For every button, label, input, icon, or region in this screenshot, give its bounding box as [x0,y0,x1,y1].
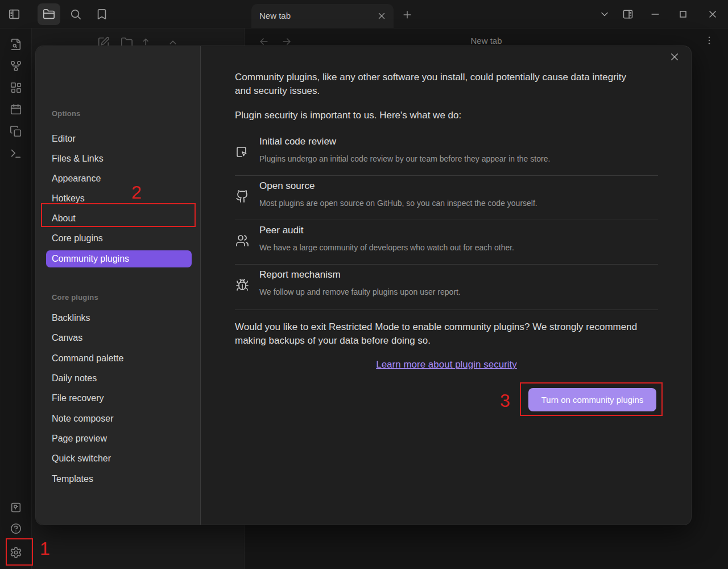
annotation-box-3 [520,382,663,416]
help-icon[interactable] [10,522,22,535]
feature-title: Report mechanism [259,269,341,281]
plugin-security-link[interactable]: Learn more about plugin security [235,359,658,370]
annotation-number-1: 1 [40,539,50,558]
feature-desc: We follow up and remove faulty plugins u… [259,287,461,296]
graph-icon[interactable] [10,60,22,72]
more-options-icon[interactable] [704,35,714,46]
obsidian-window: New tab [0,0,728,569]
annotation-number-2: 2 [131,183,142,201]
close-icon[interactable] [707,9,718,20]
sidebar-item-community-plugins[interactable]: Community plugins [46,250,192,267]
feature-title: Peer audit [259,225,304,236]
new-tab-plus-icon[interactable] [402,9,413,20]
tab-new-tab[interactable]: New tab [251,4,394,28]
annotation-box-1 [6,538,33,566]
canvas-icon[interactable] [10,81,22,94]
ribbon-rail [0,28,32,569]
maximize-icon[interactable] [677,9,689,20]
files-tab-button[interactable] [38,3,60,25]
feature-desc: Plugins undergo an initial code review b… [259,154,550,163]
sidebar-item-appearance[interactable]: Appearance [46,170,192,187]
sidebar-item-daily-notes[interactable]: Daily notes [46,370,192,387]
feature-desc: Most plugins are open source on GitHub, … [259,199,537,208]
minimize-icon[interactable] [650,9,661,20]
divider [235,220,658,220]
feature-title: Open source [259,180,315,192]
bug-icon [235,278,249,292]
question-paragraph: Would you like to exit Restricted Mode t… [235,320,640,348]
sidebar-item-backlinks[interactable]: Backlinks [46,310,192,327]
tab-close-icon[interactable] [377,11,387,21]
sidebar-left-toggle-icon[interactable] [8,8,20,20]
settings-content: Community plugins, like any other softwa… [201,46,692,525]
users-icon [235,234,249,248]
sidebar-item-editor[interactable]: Editor [46,130,192,147]
tab-title: New tab [259,11,291,20]
titlebar: New tab [0,0,728,28]
intro-paragraph: Community plugins, like any other softwa… [235,71,640,98]
github-icon [235,189,249,203]
chevron-down-icon[interactable] [599,9,610,20]
vault-icon[interactable] [10,501,22,514]
modal-close-icon[interactable] [669,52,680,62]
sidebar-item-note-composer[interactable]: Note composer [46,410,192,427]
divider [235,264,658,265]
sidebar-item-command-palette[interactable]: Command palette [46,350,192,367]
sidebar-item-files-links[interactable]: Files & Links [46,150,192,167]
sidebar-item-canvas[interactable]: Canvas [46,329,192,347]
annotation-box-2 [41,203,196,227]
feature-title: Initial code review [259,136,336,147]
divider [235,310,658,310]
feature-desc: We have a large community of developers … [259,243,514,252]
sidebar-item-file-recovery[interactable]: File recovery [46,390,192,407]
file-cursor-icon [235,145,249,159]
search-icon[interactable] [69,8,82,20]
annotation-number-3: 3 [500,391,510,410]
options-header: Options [52,109,81,118]
sidebar-item-quick-switcher[interactable]: Quick switcher [46,450,192,467]
calendar-icon[interactable] [10,103,22,116]
sidebar-item-templates[interactable]: Templates [46,471,192,488]
file-search-icon[interactable] [10,38,22,51]
settings-sidebar: Options Editor Files & Links Appearance … [36,46,201,525]
editor-header-title: New tab [245,36,728,46]
sidebar-item-page-preview[interactable]: Page preview [46,430,192,447]
sidebar-item-core-plugins[interactable]: Core plugins [46,230,192,247]
security-paragraph: Plugin security is important to us. Here… [235,109,640,122]
copy-icon[interactable] [10,125,22,138]
divider [235,175,658,176]
folder-icon [43,8,55,20]
core-plugins-header: Core plugins [52,293,98,302]
sidebar-right-toggle-icon[interactable] [622,9,634,20]
terminal-icon[interactable] [10,147,22,160]
settings-modal: Options Editor Files & Links Appearance … [35,46,692,525]
bookmark-icon[interactable] [96,8,108,20]
